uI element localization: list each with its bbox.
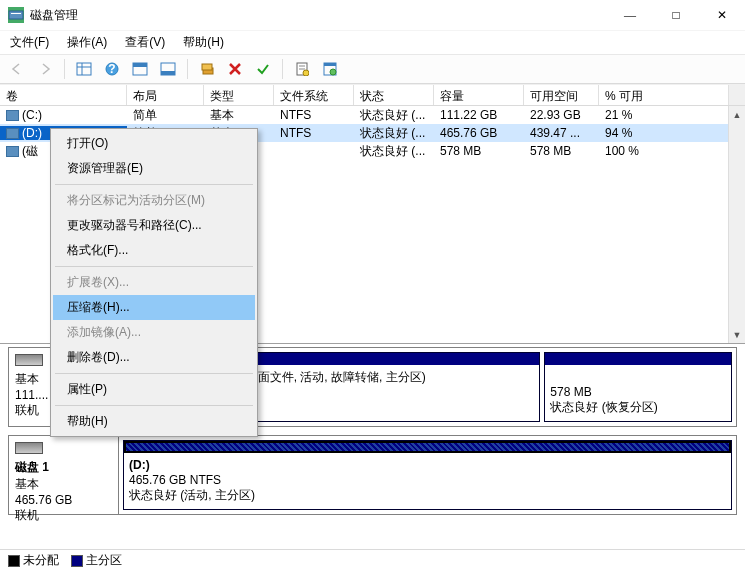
disk-1-partitions: (D:) 465.76 GB NTFS 状态良好 (活动, 主分区) [119,436,736,514]
action-delete-button[interactable] [224,58,246,80]
scroll-down-icon[interactable]: ▼ [729,326,745,343]
disk-1-type: 基本 [15,476,112,493]
menu-item: 将分区标记为活动分区(M) [53,188,255,213]
partition-status: 状态良好 (恢复分区) [550,400,726,415]
disk-icon [15,442,43,454]
legend-primary-swatch [71,555,83,567]
legend: 未分配 主分区 [0,549,745,571]
menu-view[interactable]: 查看(V) [121,32,169,53]
toolbar: ? [0,54,745,84]
disk-0-partition-recovery[interactable]: 578 MB 状态良好 (恢复分区) [544,352,732,422]
menu-separator [55,266,253,267]
view-list-button[interactable] [73,58,95,80]
menu-item[interactable]: 删除卷(D)... [53,345,255,370]
menu-action[interactable]: 操作(A) [63,32,111,53]
help-button[interactable]: ? [101,58,123,80]
window-controls: — □ ✕ [607,0,745,30]
volume-icon [6,128,19,139]
legend-unallocated: 未分配 [8,552,59,569]
maximize-button[interactable]: □ [653,0,699,30]
partition-size: 465.76 GB NTFS [129,473,726,488]
col-free[interactable]: 可用空间 [524,85,599,105]
svg-rect-2 [77,63,91,75]
svg-rect-12 [202,64,212,70]
title-bar: 磁盘管理 — □ ✕ [0,0,745,30]
col-layout[interactable]: 布局 [127,85,204,105]
toolbar-separator [282,59,283,79]
col-filesystem[interactable]: 文件系统 [274,85,354,105]
volume-status: 状态良好 (... [354,143,434,160]
menu-item: 添加镜像(A)... [53,320,255,345]
svg-point-19 [330,69,336,75]
toolbar-separator [64,59,65,79]
context-menu: 打开(O)资源管理器(E)将分区标记为活动分区(M)更改驱动器号和路径(C)..… [50,128,258,437]
volume-name: (D:) [22,126,42,140]
menu-help[interactable]: 帮助(H) [179,32,228,53]
minimize-button[interactable]: — [607,0,653,30]
action-rescan-button[interactable] [196,58,218,80]
svg-rect-18 [324,63,336,66]
volume-layout: 简单 [127,107,204,124]
disk-icon [15,354,43,366]
partition-stripe [545,353,731,365]
menu-item[interactable]: 资源管理器(E) [53,156,255,181]
disk-1-label[interactable]: 磁盘 1 基本 465.76 GB 联机 [9,436,119,514]
volume-status: 状态良好 (... [354,107,434,124]
legend-primary: 主分区 [71,552,122,569]
volume-table-header: 卷 布局 类型 文件系统 状态 容量 可用空间 % 可用 [0,84,745,106]
col-volume[interactable]: 卷 [0,85,127,105]
volume-icon [6,110,19,121]
panel-top-button[interactable] [129,58,151,80]
header-scroll-gap [728,85,745,105]
window-title: 磁盘管理 [30,7,607,24]
menu-item[interactable]: 打开(O) [53,131,255,156]
nav-forward-button[interactable] [34,58,56,80]
menu-separator [55,373,253,374]
action-settings-button[interactable] [319,58,341,80]
close-button[interactable]: ✕ [699,0,745,30]
partition-name: (D:) [129,458,726,473]
nav-back-button[interactable] [6,58,28,80]
legend-unalloc-swatch [8,555,20,567]
menu-item[interactable]: 属性(P) [53,377,255,402]
partition-stripe-selected [124,441,731,453]
app-icon [8,7,24,23]
disk-1-partition-d[interactable]: (D:) 465.76 GB NTFS 状态良好 (活动, 主分区) [123,440,732,510]
col-type[interactable]: 类型 [204,85,274,105]
volume-name: (C:) [22,108,42,122]
disk-1-title: 磁盘 1 [15,459,112,476]
volume-row[interactable]: (C:)简单基本NTFS状态良好 (...111.22 GB22.93 GB21… [0,106,745,124]
volume-name: (磁 [22,144,38,158]
volume-pct: 100 % [599,144,659,158]
panel-bottom-button[interactable] [157,58,179,80]
menu-item[interactable]: 压缩卷(H)... [53,295,255,320]
menu-item: 扩展卷(X)... [53,270,255,295]
menu-bar: 文件(F) 操作(A) 查看(V) 帮助(H) [0,30,745,54]
partition-size: 578 MB [550,385,726,400]
svg-rect-8 [133,63,147,67]
disk-1-online: 联机 [15,507,112,524]
col-status[interactable]: 状态 [354,85,434,105]
svg-rect-10 [161,71,175,75]
svg-rect-1 [11,13,21,14]
menu-separator [55,184,253,185]
action-props-button[interactable] [291,58,313,80]
col-capacity[interactable]: 容量 [434,85,524,105]
vertical-scrollbar[interactable]: ▲ ▼ [728,106,745,343]
toolbar-separator [187,59,188,79]
volume-capacity: 465.76 GB [434,126,524,140]
menu-file[interactable]: 文件(F) [6,32,53,53]
volume-free: 578 MB [524,144,599,158]
svg-text:?: ? [108,62,115,76]
volume-pct: 21 % [599,108,659,122]
menu-item[interactable]: 更改驱动器号和路径(C)... [53,213,255,238]
col-pct[interactable]: % 可用 [599,85,659,105]
disk-row-1: 磁盘 1 基本 465.76 GB 联机 (D:) 465.76 GB NTFS… [8,435,737,515]
volume-fs: NTFS [274,126,354,140]
svg-point-16 [303,70,309,76]
action-check-button[interactable] [252,58,274,80]
volume-status: 状态良好 (... [354,125,434,142]
scroll-up-icon[interactable]: ▲ [729,106,745,123]
menu-item[interactable]: 帮助(H) [53,409,255,434]
menu-item[interactable]: 格式化(F)... [53,238,255,263]
